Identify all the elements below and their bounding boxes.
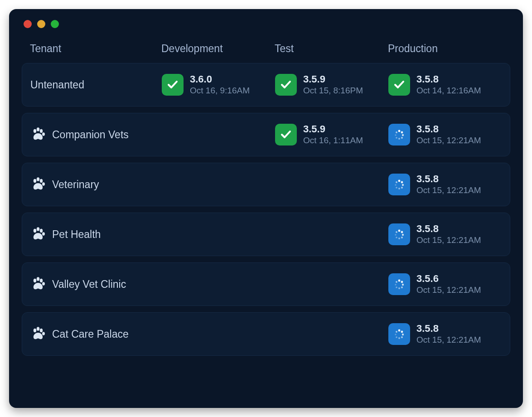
deployment-cell-prod[interactable]: 3.5.6Oct 15, 12:21AM: [388, 273, 502, 295]
timestamp-label: Oct 14, 12:16AM: [416, 86, 481, 96]
deployment-cell-prod[interactable]: 3.5.8Oct 15, 12:21AM: [388, 223, 502, 245]
timestamp-label: Oct 16, 9:16AM: [190, 86, 250, 96]
version-label: 3.6.0: [190, 74, 250, 85]
table-row[interactable]: Untenanted3.6.0Oct 16, 9:16AM3.5.9Oct 15…: [22, 63, 510, 107]
deployment-cell-dev[interactable]: 3.6.0Oct 16, 9:16AM: [162, 74, 275, 96]
deployment-cell-test[interactable]: 3.5.9Oct 16, 1:11AM: [275, 124, 388, 145]
version-label: 3.5.6: [416, 273, 481, 284]
paw-icon: [30, 227, 46, 242]
window-minimize-button[interactable]: [37, 20, 45, 28]
window-titlebar: [22, 17, 510, 36]
success-icon: [275, 124, 297, 145]
tenant-cell[interactable]: Untenanted: [30, 79, 162, 91]
tenant-name: Cat Care Palace: [52, 328, 129, 340]
tenant-cell[interactable]: Pet Health: [30, 227, 162, 242]
window-zoom-button[interactable]: [51, 20, 59, 28]
window-close-button[interactable]: [24, 20, 32, 28]
timestamp-label: Oct 16, 1:11AM: [303, 136, 363, 145]
timestamp-label: Oct 15, 12:21AM: [416, 185, 481, 195]
version-label: 3.5.9: [303, 74, 363, 85]
col-test: Test: [275, 43, 388, 55]
tenant-name: Valley Vet Clinic: [52, 278, 126, 291]
deployment-info: 3.5.8Oct 15, 12:21AM: [416, 124, 481, 145]
table-row[interactable]: Veterinary3.5.8Oct 15, 12:21AM: [22, 163, 510, 206]
timestamp-label: Oct 15, 8:16PM: [303, 86, 363, 96]
pending-icon: [388, 174, 410, 195]
timestamp-label: Oct 15, 12:21AM: [416, 136, 481, 145]
table-body: Untenanted3.6.0Oct 16, 9:16AM3.5.9Oct 15…: [22, 63, 510, 356]
success-icon: [388, 74, 410, 96]
pending-icon: [388, 323, 410, 345]
tenant-cell[interactable]: Cat Care Palace: [30, 326, 162, 342]
deployment-info: 3.5.6Oct 15, 12:21AM: [416, 273, 481, 295]
tenant-name: Untenanted: [30, 79, 84, 91]
table-row[interactable]: Companion Vets3.5.9Oct 16, 1:11AM3.5.8Oc…: [22, 113, 510, 156]
deployment-cell-prod[interactable]: 3.5.8Oct 15, 12:21AM: [388, 174, 502, 195]
tenant-name: Companion Vets: [52, 129, 129, 141]
version-label: 3.5.8: [416, 223, 481, 234]
pending-icon: [388, 223, 410, 245]
col-tenant: Tenant: [30, 43, 161, 55]
timestamp-label: Oct 15, 12:21AM: [416, 285, 481, 295]
success-icon: [275, 74, 297, 96]
table-header: Tenant Development Test Production: [22, 36, 510, 63]
deployment-info: 3.5.9Oct 16, 1:11AM: [303, 124, 363, 145]
paw-icon: [30, 127, 46, 142]
deployment-cell-prod[interactable]: 3.5.8Oct 15, 12:21AM: [388, 323, 502, 345]
tenant-name: Pet Health: [52, 228, 101, 241]
col-development: Development: [161, 43, 275, 55]
deployment-info: 3.6.0Oct 16, 9:16AM: [190, 74, 250, 96]
table-row[interactable]: Pet Health3.5.8Oct 15, 12:21AM: [22, 213, 510, 256]
tenant-cell[interactable]: Valley Vet Clinic: [30, 276, 162, 292]
col-production: Production: [388, 43, 502, 55]
pending-icon: [388, 124, 410, 145]
deployment-info: 3.5.8Oct 15, 12:21AM: [416, 323, 481, 345]
deployment-info: 3.5.8Oct 15, 12:21AM: [416, 223, 481, 245]
deployment-cell-prod[interactable]: 3.5.8Oct 14, 12:16AM: [388, 74, 502, 96]
paw-icon: [30, 276, 46, 292]
version-label: 3.5.8: [416, 74, 481, 85]
version-label: 3.5.8: [416, 323, 481, 334]
deployment-cell-prod[interactable]: 3.5.8Oct 15, 12:21AM: [388, 124, 502, 145]
deployment-info: 3.5.9Oct 15, 8:16PM: [303, 74, 363, 96]
tenant-cell[interactable]: Veterinary: [30, 177, 162, 192]
deployment-info: 3.5.8Oct 15, 12:21AM: [416, 174, 481, 195]
paw-icon: [30, 326, 46, 342]
deployment-info: 3.5.8Oct 14, 12:16AM: [416, 74, 481, 96]
deployment-cell-test[interactable]: 3.5.9Oct 15, 8:16PM: [275, 74, 388, 96]
version-label: 3.5.8: [416, 124, 481, 135]
app-window: Tenant Development Test Production Unten…: [9, 9, 523, 408]
tenant-cell[interactable]: Companion Vets: [30, 127, 162, 142]
tenant-name: Veterinary: [52, 179, 99, 191]
timestamp-label: Oct 15, 12:21AM: [416, 235, 481, 245]
version-label: 3.5.8: [416, 174, 481, 184]
pending-icon: [388, 273, 410, 295]
timestamp-label: Oct 15, 12:21AM: [416, 335, 481, 345]
table-row[interactable]: Valley Vet Clinic3.5.6Oct 15, 12:21AM: [22, 262, 510, 306]
success-icon: [162, 74, 184, 96]
table-row[interactable]: Cat Care Palace3.5.8Oct 15, 12:21AM: [22, 312, 510, 356]
version-label: 3.5.9: [303, 124, 363, 135]
paw-icon: [30, 177, 46, 192]
